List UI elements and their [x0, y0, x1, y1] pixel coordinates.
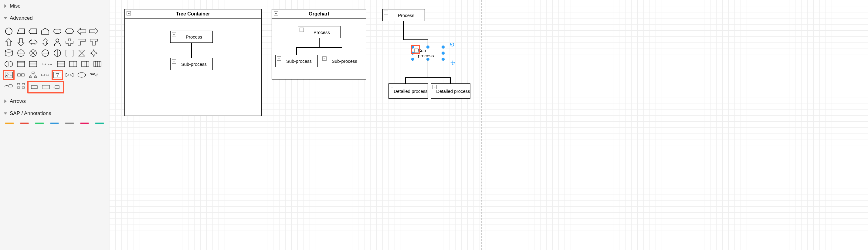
collapse-icon[interactable]: −	[274, 11, 278, 15]
shape-plus[interactable]	[64, 37, 75, 47]
listitem-label: List Item	[42, 63, 52, 66]
shape-listitem[interactable]: List Item	[39, 59, 55, 69]
collapse-icon[interactable]: −	[172, 59, 176, 64]
shape-arrow-biV[interactable]	[39, 37, 51, 47]
shape-linked-box[interactable]	[52, 82, 63, 92]
shape-org-pair[interactable]	[15, 70, 27, 80]
shape-division[interactable]	[40, 82, 52, 92]
shape-cols4[interactable]	[92, 59, 103, 69]
shape-pentagon[interactable]	[39, 26, 51, 36]
shape-tee[interactable]	[88, 37, 99, 47]
shape-circle-h[interactable]	[39, 48, 51, 58]
shape-bracket[interactable]	[64, 48, 75, 58]
advanced-shape-grid: List Item	[0, 24, 109, 95]
svg-rect-52	[46, 74, 49, 76]
node-label: Process	[313, 30, 330, 35]
shape-central-idea[interactable]	[76, 70, 87, 80]
collapse-icon[interactable]: −	[390, 85, 394, 89]
shape-person-icon[interactable]	[52, 37, 63, 47]
collapse-icon[interactable]: −	[127, 11, 131, 15]
svg-rect-43	[22, 74, 24, 76]
section-header-arrows[interactable]: Arrows	[0, 95, 109, 107]
shape-rounded-rect[interactable]	[52, 26, 63, 36]
shape-cols3[interactable]	[80, 59, 91, 69]
annotation-swatch-4[interactable]	[65, 123, 74, 124]
annotation-swatch-2[interactable]	[35, 123, 44, 124]
tree-subprocess-node[interactable]: − Sub-process	[170, 58, 213, 70]
shape-hourglass[interactable]	[76, 48, 87, 58]
drawing-canvas[interactable]: − Tree Container − Process − Sub-process…	[109, 0, 868, 250]
shape-arrow-down[interactable]	[15, 37, 27, 47]
section-header-misc[interactable]: Misc	[0, 0, 109, 12]
free-detailed1-node[interactable]: − Detailed process	[389, 84, 428, 99]
svg-rect-44	[32, 72, 34, 73]
move-handle-icon[interactable]	[451, 60, 455, 65]
collapse-icon[interactable]: −	[172, 32, 176, 36]
edge[interactable]	[403, 39, 428, 40]
collapse-icon[interactable]: −	[432, 85, 437, 89]
shape-rows3[interactable]	[55, 59, 67, 69]
edge[interactable]	[428, 39, 428, 47]
shape-trapezoid[interactable]	[15, 26, 27, 36]
free-process-node[interactable]: − Process	[382, 9, 425, 21]
shape-list[interactable]	[27, 59, 39, 69]
annotation-swatch-1[interactable]	[20, 123, 29, 124]
shape-circle[interactable]	[3, 26, 14, 36]
edge[interactable]	[405, 77, 451, 78]
free-detailed2-node[interactable]: − Detailed process	[431, 84, 470, 99]
collapse-icon[interactable]: −	[322, 56, 327, 61]
shape-hex-left[interactable]	[27, 26, 39, 36]
edge[interactable]	[428, 91, 431, 91]
shape-circle-v[interactable]	[52, 48, 63, 58]
org-process-node[interactable]: − Process	[298, 26, 341, 38]
edge[interactable]	[319, 38, 319, 47]
shape-bowtie[interactable]	[64, 70, 75, 80]
edge[interactable]	[342, 47, 342, 55]
annotation-swatch-0[interactable]	[5, 123, 14, 124]
org-subprocess1-node[interactable]: − Sub-process	[275, 55, 318, 67]
collapse-icon[interactable]: −	[277, 56, 281, 61]
shape-corner[interactable]	[76, 37, 87, 47]
shape-arrow-left[interactable]	[76, 26, 87, 36]
shape-flow-arrow[interactable]	[88, 70, 99, 80]
collapse-icon[interactable]: −	[384, 11, 388, 15]
shape-org-chain[interactable]	[15, 81, 27, 91]
edge[interactable]	[450, 77, 451, 84]
edge[interactable]	[191, 43, 192, 58]
page-break-line	[481, 0, 482, 250]
tree-process-node[interactable]: − Process	[170, 31, 213, 43]
annotation-swatch-5[interactable]	[80, 123, 89, 124]
shape-arrow-biH[interactable]	[27, 37, 39, 47]
org-subprocess2-node[interactable]: − Sub-process	[321, 55, 363, 67]
shape-arrow-up[interactable]	[3, 37, 14, 47]
shape-subtopic[interactable]	[3, 81, 14, 91]
section-header-advanced[interactable]: Advanced	[0, 12, 109, 24]
shape-cylinder[interactable]	[3, 48, 14, 58]
edge[interactable]	[296, 47, 297, 55]
edge[interactable]	[296, 47, 342, 48]
annotation-swatch-6[interactable]	[95, 123, 104, 124]
shape-org-hbar[interactable]	[39, 70, 51, 80]
shape-window[interactable]	[15, 59, 27, 69]
shape-hexagon[interactable]	[64, 26, 75, 36]
shape-organization[interactable]	[29, 82, 40, 92]
shape-oval-plus[interactable]	[3, 59, 14, 69]
edge[interactable]	[428, 59, 428, 77]
annotation-swatch-3[interactable]	[50, 123, 59, 124]
orgchart-container[interactable]: − Orgchart − Process − Sub-process − Sub…	[272, 9, 366, 80]
shape-circle-x[interactable]	[27, 48, 39, 58]
shape-org-3[interactable]	[27, 70, 39, 80]
shape-orgchart-container[interactable]	[52, 70, 63, 80]
section-header-sap[interactable]: SAP / Annotations	[0, 107, 109, 120]
shape-star4[interactable]	[88, 48, 99, 58]
shape-pie4[interactable]	[15, 48, 27, 58]
shape-tree-container[interactable]	[3, 70, 14, 80]
edge[interactable]	[403, 21, 404, 39]
edge[interactable]	[405, 77, 406, 84]
shape-arrow-right[interactable]	[88, 26, 99, 36]
collapse-icon[interactable]: −	[300, 28, 304, 32]
caret-down-icon	[4, 112, 7, 115]
rotate-handle-icon[interactable]	[450, 42, 454, 47]
tree-container[interactable]: − Tree Container − Process − Sub-process	[124, 9, 261, 116]
shape-cols2[interactable]	[67, 59, 79, 69]
